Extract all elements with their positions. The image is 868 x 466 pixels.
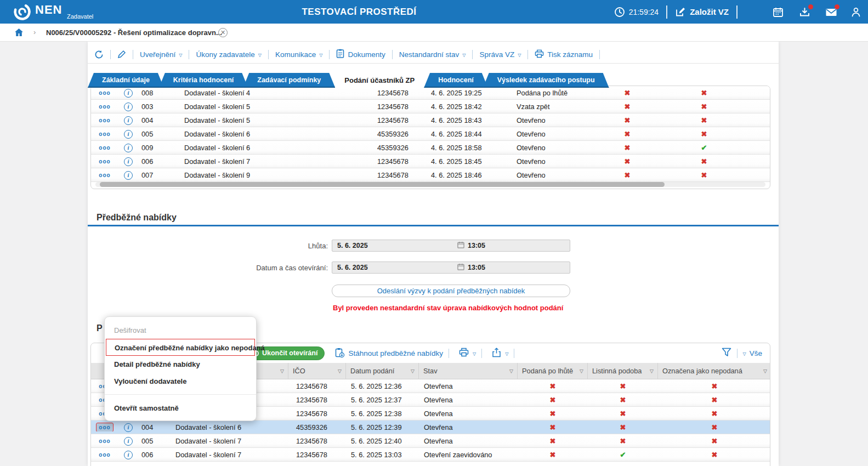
info-icon[interactable]: i — [124, 144, 133, 152]
info-icon[interactable]: i — [124, 103, 133, 111]
filter-dropdown-icon[interactable]: ▽ — [509, 363, 513, 379]
column-header-podan-po-lh-t[interactable]: Podaná po lhůtě▽ — [518, 363, 588, 379]
context-menu-item-ozna-en-p-edb-n-nab-dky-jako-nepodan[interactable]: Označení předběžné nabídky jako nepodaná — [106, 339, 255, 356]
messages-button[interactable] — [825, 7, 836, 18]
cross-icon: ✖ — [712, 451, 718, 459]
column-header-datum-pod-n[interactable]: Datum podání▽ — [346, 363, 419, 379]
filter-dropdown-icon[interactable]: ▽ — [411, 363, 415, 379]
tab-hodnocen[interactable]: Hodnocení — [424, 73, 488, 88]
check-icon: ✔ — [701, 144, 707, 152]
context-menu-item-otev-t-samostatn[interactable]: Otevřít samostatně — [105, 400, 256, 417]
download-offers-button[interactable]: Stáhnout předběžné nabídky — [334, 348, 443, 359]
filter-dropdown-icon[interactable]: ▽ — [280, 363, 284, 379]
deadline-time-value[interactable]: 13:05 — [468, 242, 485, 249]
record-toolbar: Uveřejnění▽Úkony zadavatele▽Komunikace▽D… — [88, 46, 779, 64]
row-actions-button[interactable]: ooo — [97, 103, 112, 111]
table-row[interactable]: oooi003Dodavatel - školení 5123456784. 6… — [91, 100, 770, 113]
toolbar-menu-uve-ejn-n[interactable]: Uveřejnění▽ — [140, 50, 182, 59]
info-icon[interactable]: i — [124, 89, 133, 98]
filter-dropdown-icon[interactable]: ▽ — [763, 363, 767, 379]
filter-dropdown-icon[interactable]: ▽ — [650, 363, 654, 379]
row-actions-button[interactable]: ooo — [97, 89, 112, 97]
column-header-i-o[interactable]: IČO▽ — [288, 363, 346, 379]
deadline-date-value[interactable]: 5. 6. 2025 — [332, 242, 368, 249]
horizontal-scrollbar[interactable] — [95, 182, 765, 187]
calendar-small-icon[interactable] — [457, 263, 464, 272]
downloads-button[interactable] — [799, 7, 810, 18]
filter-funnel-icon[interactable] — [722, 348, 731, 359]
brand-name[interactable]: NEN — [35, 3, 62, 17]
tab-z-kladn-daje[interactable]: Základní údaje — [88, 73, 164, 88]
toolbar-menu-kony-zadavatele[interactable]: Úkony zadavatele▽ — [196, 50, 261, 59]
table-row[interactable]: oooi005Dodavatel - školení 6453593264. 6… — [91, 127, 770, 141]
table-row[interactable]: oooi004Dodavatel - školení 5123456784. 6… — [91, 113, 770, 127]
home-icon[interactable] — [14, 28, 24, 37]
table-row[interactable]: oooi007Dodavatel - školení 9123456784. 6… — [91, 168, 770, 182]
calendar-small-icon[interactable] — [457, 241, 464, 250]
row-actions-button[interactable]: ooo — [97, 116, 112, 124]
opening-field[interactable]: 5. 6. 2025 13:05 — [332, 262, 570, 274]
calendar-button[interactable] — [773, 7, 784, 18]
deadline-field[interactable]: 5. 6. 2025 13:05 — [332, 240, 570, 252]
create-vz-label: Založit VZ — [690, 7, 729, 16]
scrollbar-thumb[interactable] — [100, 182, 665, 187]
row-actions-button[interactable]: ooo — [97, 437, 112, 445]
info-icon[interactable]: i — [124, 130, 133, 139]
row-actions-button[interactable]: ooo — [97, 451, 112, 459]
row-actions-button[interactable]: ooo — [97, 157, 112, 166]
row-actions-button[interactable]: ooo — [97, 171, 112, 179]
row-actions-button[interactable]: ooo — [97, 130, 112, 138]
send-call-button[interactable]: Odeslání výzvy k podání předběžných nabí… — [332, 285, 570, 297]
nen-logo-icon[interactable] — [13, 3, 31, 21]
column-header-ozna-ena-jako-nepodan[interactable]: Označena jako nepodaná▽ — [658, 363, 770, 379]
user-profile-button[interactable] — [850, 7, 861, 18]
table-row[interactable]: oooi006Dodavatel - školení 7123456784. 6… — [91, 155, 770, 168]
refresh-icon[interactable] — [94, 50, 104, 59]
divider — [599, 50, 600, 59]
column-header-stav[interactable]: Stav▽ — [419, 363, 518, 379]
cross-icon: ✖ — [620, 396, 626, 404]
cross-icon: ✖ — [550, 396, 556, 404]
context-menu-item-detail-p-edb-n-nab-dky[interactable]: Detail předběžné nabídky — [105, 356, 256, 373]
info-icon[interactable]: i — [124, 437, 133, 446]
toolbar-menu-nestandardn-stav[interactable]: Nestandardní stav▽ — [399, 50, 466, 59]
info-icon[interactable]: i — [124, 451, 133, 459]
tab-pod-n-astn-k-zp[interactable]: Podání účastníků ZP — [330, 73, 429, 88]
print-menu-button[interactable]: ▽ — [459, 348, 476, 359]
row-actions-button[interactable]: ooo — [97, 423, 112, 431]
opening-time-value[interactable]: 13:05 — [468, 264, 485, 271]
cross-icon: ✖ — [701, 116, 707, 124]
table-row[interactable]: oooi004Dodavatel - školení 6453593265. 6… — [91, 420, 770, 434]
toolbar-menu-spr-va-vz[interactable]: Správa VZ▽ — [479, 50, 521, 59]
breadcrumb-item[interactable]: N006/25/V00005292 - Řešení optimalizace … — [46, 29, 222, 37]
info-icon[interactable]: i — [124, 157, 133, 166]
info-icon[interactable]: i — [124, 423, 133, 432]
filter-dropdown-icon[interactable]: ▽ — [338, 363, 342, 379]
export-menu-button[interactable]: ▽ — [492, 348, 508, 359]
toolbar-menu-tisk-z-znamu[interactable]: Tisk záznamu — [535, 49, 593, 60]
column-header-listinn-podoba[interactable]: Listinná podoba▽ — [588, 363, 658, 379]
filter-all-dropdown[interactable]: ▽ Vše — [743, 349, 762, 357]
tab-v-sledek-zad-vac-ho-postupu[interactable]: Výsledek zadávacího postupu — [483, 73, 609, 88]
menu-hamburger-icon[interactable] — [745, 7, 757, 16]
table-row[interactable]: oooi006Dodavatel - školení 7123456785. 6… — [91, 448, 770, 462]
tab-krit-ria-hodnocen[interactable]: Kritéria hodnocení — [159, 73, 248, 88]
info-icon[interactable]: i — [124, 171, 133, 180]
table-row[interactable]: oooi005Dodavatel - školení 7123456785. 6… — [91, 434, 770, 448]
toolbar-menu-dokumenty[interactable]: Dokumenty — [336, 49, 385, 60]
context-menu-item-vylou-en-dodavatele[interactable]: Vyloučení dodavatele — [105, 373, 256, 390]
cross-icon: ✖ — [620, 437, 626, 445]
table-row[interactable]: oooi009Dodavatel - školení 6453593264. 6… — [91, 141, 770, 155]
filter-dropdown-icon[interactable]: ▽ — [580, 363, 583, 379]
row-actions-button[interactable]: ooo — [97, 144, 112, 152]
info-icon[interactable]: i — [124, 116, 133, 125]
cross-icon: ✖ — [712, 437, 718, 445]
close-tab-icon[interactable]: ✕ — [218, 28, 228, 37]
pencil-icon[interactable] — [117, 50, 126, 59]
create-vz-button[interactable]: Založit VZ — [675, 7, 729, 18]
table-row[interactable]: oooi008Dodavatel - školení 4123456784. 6… — [91, 86, 770, 100]
toolbar-menu-komunikace[interactable]: Komunikace▽ — [275, 50, 322, 59]
tab-zad-vac-podm-nky[interactable]: Zadávací podmínky — [243, 73, 335, 88]
cross-icon: ✖ — [620, 410, 626, 418]
opening-date-value[interactable]: 5. 6. 2025 — [332, 264, 368, 271]
